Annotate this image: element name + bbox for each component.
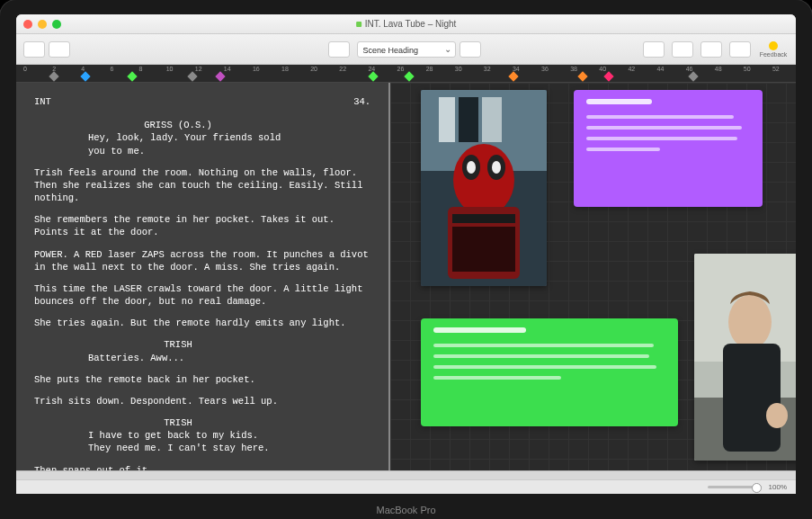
ruler-tick: 52 bbox=[772, 66, 780, 72]
ruler-tick: 36 bbox=[541, 66, 549, 72]
corkboard[interactable] bbox=[390, 83, 796, 470]
zoom-slider[interactable] bbox=[708, 486, 762, 488]
board-note-green[interactable] bbox=[421, 318, 678, 426]
window-controls bbox=[23, 20, 61, 29]
ruler-tick: 28 bbox=[426, 66, 433, 72]
ruler-marker[interactable] bbox=[127, 71, 137, 81]
zoom-icon[interactable] bbox=[52, 20, 61, 29]
ruler-tick: 32 bbox=[484, 66, 491, 72]
feedback-label: Feedback bbox=[758, 51, 789, 58]
action-line: Trish feels around the room. Nothing on … bbox=[34, 166, 370, 205]
window-title: INT. Lava Tube – Night bbox=[356, 19, 457, 29]
element-type-select[interactable]: Scene Heading bbox=[357, 41, 456, 58]
svg-point-16 bbox=[728, 295, 772, 349]
scene-marker-icon bbox=[356, 22, 361, 27]
ruler-marker[interactable] bbox=[508, 71, 518, 81]
svg-point-5 bbox=[453, 144, 514, 216]
svg-point-8 bbox=[467, 161, 476, 174]
feedback-button[interactable]: Feedback bbox=[758, 41, 789, 58]
ruler-marker[interactable] bbox=[49, 71, 58, 81]
svg-rect-3 bbox=[459, 97, 478, 142]
svg-rect-2 bbox=[439, 97, 455, 142]
feedback-icon bbox=[769, 41, 778, 50]
board-image-2[interactable] bbox=[694, 254, 796, 461]
action-line: Trish sits down. Despondent. Tears well … bbox=[34, 395, 370, 407]
action-line: Then snaps out of it. bbox=[34, 464, 370, 470]
statusbar: 100% bbox=[16, 479, 796, 494]
character-cue: TRISH bbox=[115, 416, 241, 429]
action-line: She remembers the remote in her pocket. … bbox=[34, 213, 370, 238]
scene-ruler[interactable]: 0246810121416182022242628303234363840424… bbox=[16, 65, 796, 83]
dialogue: I have to get back to my kids. They need… bbox=[88, 429, 286, 454]
board-image-1[interactable] bbox=[421, 90, 547, 286]
titlebar: INT. Lava Tube – Night bbox=[16, 14, 796, 34]
toolbar-button-r4[interactable] bbox=[729, 41, 751, 58]
ruler-tick: 40 bbox=[599, 66, 606, 72]
svg-point-9 bbox=[492, 161, 501, 174]
toolbar-button-r1[interactable] bbox=[643, 41, 665, 58]
ruler-marker[interactable] bbox=[81, 71, 91, 81]
workspace: INT 34. GRISS (O.S.)Hey, look, lady. You… bbox=[16, 83, 796, 470]
toolbar-button-1[interactable] bbox=[23, 41, 45, 58]
ruler-tick: 48 bbox=[715, 66, 722, 72]
element-type-label: Scene Heading bbox=[363, 46, 419, 55]
ruler-marker[interactable] bbox=[215, 71, 225, 81]
ruler-marker[interactable] bbox=[689, 71, 699, 81]
toolbar-button-prev[interactable] bbox=[328, 41, 350, 58]
ruler-tick: 16 bbox=[253, 66, 260, 72]
ruler-marker[interactable] bbox=[368, 71, 378, 81]
window-title-text: INT. Lava Tube – Night bbox=[365, 19, 457, 29]
toolbar: Scene Heading Feedback bbox=[16, 34, 796, 65]
ruler-tick: 44 bbox=[657, 66, 665, 72]
horizontal-scrollbar[interactable] bbox=[16, 470, 796, 479]
scene-heading: INT bbox=[34, 95, 51, 108]
dialogue: Hey, look, lady. Your friends sold you t… bbox=[88, 131, 286, 157]
action-line: This time the LASER crawls toward the do… bbox=[34, 282, 370, 308]
app-window: INT. Lava Tube – Night Scene Heading Fee… bbox=[16, 14, 796, 494]
ruler-tick: 38 bbox=[570, 66, 577, 72]
ruler-tick: 42 bbox=[628, 66, 635, 72]
toolbar-center: Scene Heading bbox=[328, 41, 485, 58]
page-number: 34. bbox=[353, 95, 370, 108]
ruler-tick: 18 bbox=[281, 66, 289, 72]
ruler-tick: 20 bbox=[310, 66, 317, 72]
zoom-label: 100% bbox=[769, 483, 787, 491]
svg-point-18 bbox=[766, 403, 788, 428]
ruler-tick: 46 bbox=[686, 66, 693, 72]
svg-rect-11 bbox=[452, 214, 515, 223]
dialogue: Batteries. Aww... bbox=[88, 352, 286, 364]
toolbar-button-2[interactable] bbox=[49, 41, 70, 58]
ruler-marker[interactable] bbox=[404, 71, 414, 81]
ruler-tick: 10 bbox=[166, 66, 174, 72]
minimize-icon[interactable] bbox=[38, 20, 47, 29]
toolbar-button-next[interactable] bbox=[460, 41, 481, 58]
action-line: She tries again. But the remote hardly e… bbox=[34, 317, 370, 329]
svg-rect-17 bbox=[723, 344, 781, 452]
toolbar-button-r2[interactable] bbox=[672, 41, 693, 58]
ruler-marker[interactable] bbox=[603, 71, 613, 81]
character-cue: TRISH bbox=[115, 338, 241, 351]
action-line: She puts the remote back in her pocket. bbox=[34, 373, 370, 386]
ruler-tick: 26 bbox=[397, 66, 405, 72]
character-cue: GRISS (O.S.) bbox=[115, 119, 241, 131]
laptop-frame: INT. Lava Tube – Night Scene Heading Fee… bbox=[0, 0, 812, 519]
ruler-marker[interactable] bbox=[577, 71, 587, 81]
svg-rect-4 bbox=[482, 97, 502, 142]
script-editor[interactable]: INT 34. GRISS (O.S.)Hey, look, lady. You… bbox=[16, 83, 390, 470]
ruler-tick: 14 bbox=[224, 66, 231, 72]
ruler-marker[interactable] bbox=[188, 71, 198, 81]
ruler-tick: 8 bbox=[138, 66, 142, 72]
board-note-purple[interactable] bbox=[574, 90, 763, 207]
action-line: POWER. A RED laser ZAPS across the room.… bbox=[34, 248, 370, 273]
ruler-tick: 24 bbox=[368, 66, 375, 72]
toolbar-button-r3[interactable] bbox=[700, 41, 722, 58]
ruler-tick: 22 bbox=[339, 66, 346, 72]
close-icon[interactable] bbox=[23, 20, 32, 29]
ruler-tick: 50 bbox=[744, 66, 751, 72]
ruler-tick: 30 bbox=[455, 66, 462, 72]
ruler-tick: 0 bbox=[23, 66, 27, 72]
ruler-tick: 12 bbox=[195, 66, 202, 72]
ruler-tick: 6 bbox=[110, 66, 113, 72]
svg-rect-12 bbox=[452, 227, 515, 272]
